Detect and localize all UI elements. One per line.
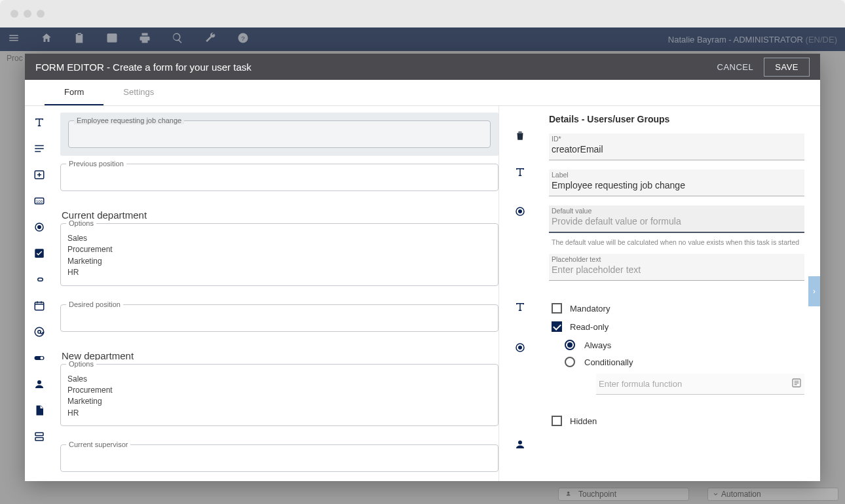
svg-point-13	[41, 357, 44, 360]
field-current-dept-options-body: Sales Procurement Marketing HR	[67, 233, 491, 279]
cancel-button[interactable]: CANCEL	[717, 62, 754, 72]
details-placeholder-label: Placeholder text	[552, 255, 601, 263]
details-default-hint: The default value will be calculated whe…	[552, 238, 804, 246]
readonly-label: Read-only	[570, 322, 609, 332]
save-button[interactable]: SAVE	[764, 58, 810, 77]
tool-date[interactable]	[32, 298, 47, 313]
panel-collapse-handle[interactable]: ›	[808, 276, 820, 306]
radio-type-icon-2	[504, 342, 536, 353]
window-min-dot[interactable]	[24, 10, 31, 18]
radio-conditionally-label: Conditionally	[584, 357, 633, 367]
formula-input[interactable]: Enter formula function	[596, 374, 804, 395]
radio-conditionally-row[interactable]: Conditionally	[565, 357, 804, 367]
details-label-value: Employee requesting job change	[552, 180, 802, 193]
delete-field-icon[interactable]	[504, 130, 536, 141]
tool-file[interactable]	[32, 403, 47, 418]
field-desired-position[interactable]: Desired position	[60, 304, 498, 332]
tool-link[interactable]	[32, 272, 47, 287]
window-max-dot[interactable]	[37, 10, 45, 18]
tool-textarea[interactable]	[32, 141, 47, 156]
field-new-dept-options-label: Options	[66, 360, 96, 368]
user-type-icon	[504, 439, 536, 450]
field-previous-position[interactable]: Previous position	[60, 164, 498, 191]
hidden-label: Hidden	[570, 416, 597, 426]
radio-always[interactable]	[565, 340, 575, 350]
formula-placeholder: Enter formula function	[599, 379, 682, 389]
svg-rect-16	[35, 438, 43, 441]
tool-checkbox[interactable]	[32, 246, 47, 261]
tab-settings[interactable]: Settings	[103, 80, 174, 105]
details-id-value: creatorEmail	[552, 144, 802, 157]
svg-rect-9	[35, 302, 44, 310]
details-id-field[interactable]: ID* creatorEmail	[549, 134, 804, 160]
svg-point-20	[518, 346, 522, 350]
svg-text:100: 100	[36, 200, 43, 204]
field-employee-selected[interactable]: Employee requesting job change	[60, 113, 498, 156]
details-placeholder-field[interactable]: Placeholder text Enter placeholder text	[549, 254, 804, 281]
readonly-checkbox-row[interactable]: Read-only	[552, 321, 804, 332]
field-new-dept-options-body: Sales Procurement Marketing HR	[67, 374, 491, 420]
tool-section[interactable]	[32, 429, 47, 444]
svg-rect-15	[35, 433, 43, 436]
details-default-placeholder: Provide default value or formula	[552, 216, 802, 229]
tool-richtext[interactable]: 100	[32, 194, 47, 208]
mandatory-checkbox[interactable]	[552, 303, 562, 314]
radio-always-label: Always	[584, 340, 611, 350]
tool-number[interactable]	[32, 168, 47, 182]
tool-user[interactable]	[32, 377, 47, 391]
modal-header: FORM EDITOR - Create a form for your use…	[25, 54, 820, 80]
svg-point-14	[37, 380, 41, 384]
svg-point-18	[518, 209, 522, 213]
radio-always-row[interactable]: Always	[565, 340, 804, 350]
svg-point-21	[518, 441, 522, 444]
section-current-dept-title: Current department	[62, 209, 498, 221]
app-background: ? Natalie Bayram - ADMINISTRATOR (EN/DE)…	[0, 27, 845, 504]
field-current-dept-options[interactable]: Options Sales Procurement Marketing HR	[60, 223, 498, 286]
field-supervisor-label: Current supervisor	[66, 441, 130, 448]
radio-conditionally[interactable]	[565, 357, 575, 367]
field-indicators	[499, 106, 536, 481]
field-current-supervisor[interactable]: Current supervisor	[60, 444, 498, 472]
tool-toggle[interactable]	[32, 351, 47, 365]
details-id-label: ID*	[552, 135, 561, 143]
formula-icon[interactable]	[791, 378, 802, 388]
modal-title: FORM EDITOR - Create a form for your use…	[35, 62, 252, 73]
readonly-checkbox[interactable]	[552, 321, 562, 332]
mandatory-checkbox-row[interactable]: Mandatory	[552, 303, 804, 314]
hidden-checkbox-row[interactable]: Hidden	[552, 416, 804, 426]
field-current-dept-options-label: Options	[66, 219, 96, 227]
radio-type-icon	[504, 206, 536, 217]
form-editor-modal: FORM EDITOR - Create a form for your use…	[25, 54, 820, 481]
details-label-label: Label	[552, 171, 569, 179]
field-new-dept-options[interactable]: Options Sales Procurement Marketing HR	[60, 364, 498, 427]
field-previous-label: Previous position	[66, 160, 126, 168]
section-new-dept-title: New department	[62, 350, 498, 361]
toolbox: 100	[25, 106, 54, 481]
details-label-field[interactable]: Label Employee requesting job change	[549, 170, 804, 196]
readonly-radio-group: Always Conditionally Enter formula funct…	[565, 340, 804, 395]
field-desired-label: Desired position	[66, 300, 123, 308]
details-title: Details - Users/user Groups	[549, 114, 804, 124]
details-default-field[interactable]: Default value Provide default value or f…	[549, 206, 804, 233]
field-employee-label: Employee requesting job change	[74, 117, 184, 124]
browser-titlebar	[0, 0, 845, 27]
tab-bar: Form Settings	[25, 80, 820, 106]
text-type-icon-2	[504, 301, 536, 313]
text-type-icon	[504, 166, 536, 178]
mandatory-label: Mandatory	[570, 304, 610, 314]
tool-radio[interactable]	[32, 220, 47, 234]
details-placeholder-value: Enter placeholder text	[552, 264, 802, 278]
modal-backdrop: FORM EDITOR - Create a form for your use…	[0, 27, 845, 504]
hidden-checkbox[interactable]	[552, 416, 562, 426]
tab-form[interactable]: Form	[45, 80, 103, 105]
details-panel: Details - Users/user Groups ID* creatorE…	[536, 106, 820, 481]
window-close-dot[interactable]	[10, 10, 18, 18]
svg-point-7	[37, 225, 41, 229]
editor-body: 100	[25, 106, 820, 481]
details-default-label: Default value	[552, 207, 592, 215]
browser-frame: ? Natalie Bayram - ADMINISTRATOR (EN/DE)…	[0, 0, 845, 504]
form-canvas[interactable]: Employee requesting job change Previous …	[54, 106, 499, 481]
tool-email[interactable]	[32, 325, 47, 339]
tool-text[interactable]	[32, 115, 47, 130]
